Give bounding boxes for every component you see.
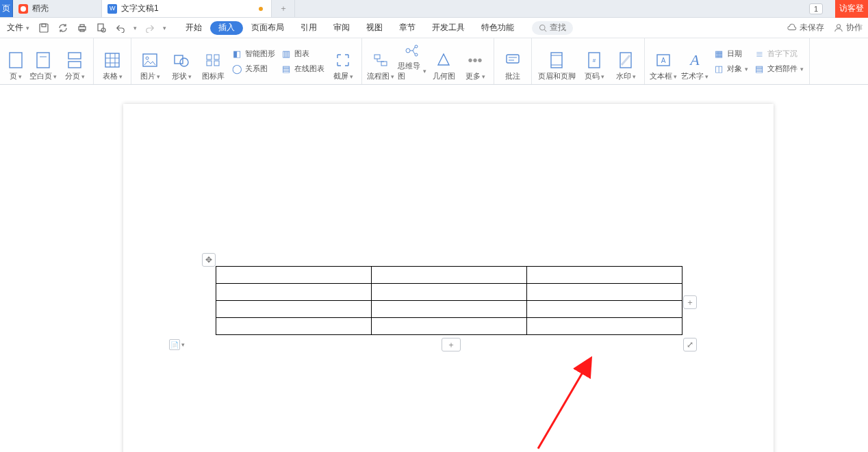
table-cell[interactable]	[372, 284, 527, 301]
table-cell[interactable]	[372, 267, 527, 284]
tab-review[interactable]: 审阅	[325, 18, 358, 38]
tab-reference[interactable]: 引用	[292, 18, 325, 38]
file-menu[interactable]: 文件 ▾	[3, 18, 34, 38]
tab-devtools[interactable]: 开发工具	[424, 18, 473, 38]
menubar: 文件 ▾ ▾ ▾ 开始 插入 页面布局 引用 审阅 视图 章节 开发工具 特色功…	[0, 18, 868, 38]
document-table[interactable]	[216, 266, 682, 335]
svg-line-8	[544, 29, 546, 31]
print-icon[interactable]	[76, 22, 88, 34]
table-cell[interactable]	[216, 301, 372, 318]
page-break-label: 分页	[65, 71, 80, 81]
blank-page-icon	[34, 51, 53, 70]
table-add-row-handle[interactable]: ＋	[442, 338, 461, 351]
pagenum-button[interactable]: # 页码▾	[580, 41, 609, 81]
table-row[interactable]	[216, 301, 682, 318]
sync-icon[interactable]	[57, 22, 69, 34]
onlinechart-button[interactable]: ▤在线图表	[281, 64, 324, 75]
tab-pagelayout-label: 页面布局	[251, 22, 284, 34]
redo-button[interactable]	[144, 22, 156, 34]
blank-page-button[interactable]: 空白页▾	[29, 41, 58, 81]
login-button[interactable]: 访客登	[835, 0, 868, 18]
tab-home[interactable]: 页	[0, 0, 13, 17]
chevron-down-icon: ▾	[26, 25, 29, 31]
headerfooter-button[interactable]: 页眉和页脚	[536, 41, 577, 81]
geometry-button[interactable]: 几何图	[429, 41, 458, 81]
undo-dropdown-icon[interactable]: ▾	[133, 25, 137, 31]
table-row[interactable]	[216, 318, 682, 335]
table-cell[interactable]	[527, 301, 682, 318]
more-button[interactable]: ••• 更多▾	[461, 41, 489, 81]
textbox-label: 文本框	[650, 71, 672, 81]
collab-button[interactable]: 协作	[831, 22, 865, 34]
smartart-button[interactable]: ◧智能图形	[231, 49, 275, 59]
dropcap-button[interactable]: ≣首字下沉	[754, 49, 804, 59]
chevron-down-icon: ▾	[181, 341, 185, 348]
page-indicator[interactable]: 1	[809, 3, 823, 14]
table-cell[interactable]	[372, 301, 527, 318]
table-cell[interactable]	[527, 284, 682, 301]
comment-icon	[503, 51, 522, 70]
more-icon: •••	[465, 51, 485, 70]
person-icon	[834, 23, 843, 33]
tab-section[interactable]: 章节	[391, 18, 424, 38]
relation-icon: ◯	[231, 64, 242, 75]
paste-options[interactable]: 📄 ▾	[169, 339, 185, 350]
page-break-icon	[65, 51, 84, 70]
wordart-button[interactable]: A 艺术字▾	[680, 41, 709, 81]
shape-button[interactable]: 形状▾	[167, 41, 196, 81]
cover-page-label: 页	[10, 71, 17, 81]
tab-special[interactable]: 特色功能	[473, 18, 522, 38]
table-add-col-handle[interactable]: ＋	[683, 295, 697, 309]
save-icon[interactable]	[38, 22, 50, 34]
mindmap-button[interactable]: 思维导图▾	[398, 41, 426, 81]
chart-button[interactable]: ▥图表	[281, 49, 324, 59]
search-input[interactable]: 查找	[532, 21, 573, 35]
iconlib-button[interactable]: 图标库	[199, 41, 227, 81]
table-row[interactable]	[216, 267, 682, 284]
table-cell[interactable]	[527, 318, 682, 335]
tab-insert[interactable]: 插入	[210, 21, 243, 35]
tab-section-label: 章节	[399, 22, 416, 34]
flowchart-button[interactable]: 流程图▾	[366, 41, 395, 81]
chart-icon: ▥	[281, 49, 292, 59]
tab-docer[interactable]: 稻壳	[13, 0, 102, 17]
document-icon	[107, 4, 117, 14]
tab-document[interactable]: 文字文稿1	[102, 0, 272, 17]
page-break-button[interactable]: 分页▾	[60, 41, 89, 81]
ribbon-insert: 页▾ 空白页▾ 分页▾ 表格▾ 图片▾ 形状▾ 图标库 ◧智能图	[0, 38, 868, 85]
watermark-button[interactable]: 水印▾	[611, 41, 640, 81]
relation-button[interactable]: ◯关系图	[231, 64, 275, 75]
pagenum-label: 页码	[585, 71, 600, 81]
table-cell[interactable]	[527, 267, 682, 284]
tab-start[interactable]: 开始	[177, 18, 210, 38]
table-cell[interactable]	[216, 318, 372, 335]
table-row[interactable]	[216, 284, 682, 301]
date-button[interactable]: ▦日期	[713, 49, 748, 59]
new-tab-button[interactable]: ＋	[272, 0, 295, 17]
image-button[interactable]: 图片▾	[136, 41, 164, 81]
textbox-button[interactable]: A 文本框▾	[649, 41, 678, 81]
comment-button[interactable]: 批注	[498, 41, 527, 81]
tab-pagelayout[interactable]: 页面布局	[243, 18, 292, 38]
docparts-button[interactable]: ▤文档部件▾	[754, 64, 804, 75]
table-cell[interactable]	[372, 318, 527, 335]
screenshot-button[interactable]: 截屏▾	[329, 41, 357, 81]
table-cell[interactable]	[216, 284, 372, 301]
tab-view[interactable]: 视图	[358, 18, 391, 38]
table-cell[interactable]	[216, 267, 372, 284]
object-button[interactable]: ◫对象▾	[713, 64, 748, 75]
table-resize-handle[interactable]: ⤢	[683, 338, 697, 351]
table-move-handle[interactable]: ✥	[202, 253, 216, 267]
print-preview-icon[interactable]	[95, 22, 107, 34]
tab-home-label: 页	[2, 3, 10, 14]
chart-label: 图表	[294, 49, 309, 59]
qa-more-icon[interactable]: ▾	[163, 25, 166, 31]
tab-view-label: 视图	[366, 22, 383, 34]
table-button[interactable]: 表格▾	[98, 41, 127, 81]
undo-button[interactable]	[114, 22, 127, 34]
tab-docer-label: 稻壳	[32, 3, 49, 14]
unsaved-indicator[interactable]: 未保存	[782, 22, 830, 34]
comment-label: 批注	[505, 71, 520, 81]
svg-point-32	[415, 53, 418, 56]
cover-page-button[interactable]: 页▾	[5, 41, 26, 81]
